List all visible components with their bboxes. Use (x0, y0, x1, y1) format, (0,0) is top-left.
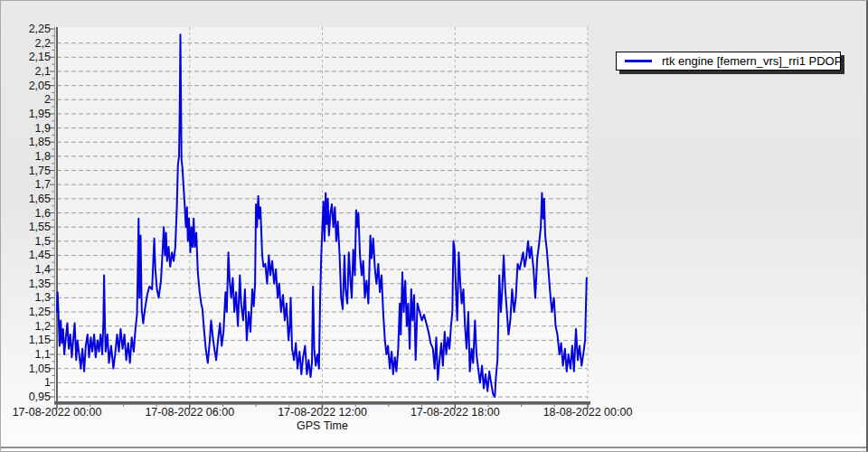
y-tick-label: 1,7 (35, 178, 51, 191)
y-tick-label: 1,3 (35, 291, 51, 304)
y-tick-label: 2,1 (35, 65, 51, 78)
y-tick-label: 2,15 (29, 51, 51, 63)
y-tick-label: 1,35 (29, 278, 51, 290)
y-tick-label: 1,2 (35, 320, 51, 333)
y-tick-label: 1,95 (29, 108, 51, 120)
y-tick-label: 1,9 (35, 122, 51, 135)
y-tick-label: 1,05 (29, 363, 51, 375)
y-tick-label: 2,05 (29, 80, 51, 92)
y-tick-label: 1,25 (29, 306, 51, 318)
y-tick-label: 1,55 (29, 221, 51, 233)
x-axis-title: GPS Time (57, 419, 588, 432)
y-tick-label: 1,85 (29, 136, 51, 148)
y-tick-label: 2,25 (29, 23, 51, 35)
legend-series-line-swatch (625, 60, 652, 62)
y-tick-label: 1,75 (29, 165, 51, 177)
panel-bottom-border (1, 447, 866, 448)
y-tick-label: 1 (44, 376, 51, 389)
legend[interactable]: rtk engine [femern_vrs]_rri1 PDOP (616, 52, 841, 71)
legend-series-label: rtk engine [femern_vrs]_rri1 PDOP (662, 54, 842, 68)
y-tick-label: 1,4 (35, 263, 51, 276)
y-tick-label: 1,1 (35, 348, 51, 361)
x-tick-label: 17-08-2022 06:00 (145, 406, 234, 419)
y-tick-label: 0,95 (29, 391, 51, 403)
x-tick-label: 18-08-2022 00:00 (543, 406, 633, 419)
y-tick-label: 1,15 (29, 334, 51, 346)
y-tick-label: 2 (44, 93, 51, 106)
x-tick-label: 17-08-2022 00:00 (13, 406, 102, 419)
y-axis-line-shadow (54, 27, 55, 404)
x-tick-label: 17-08-2022 12:00 (278, 406, 367, 419)
x-axis-line (54, 401, 590, 404)
y-tick-label: 1,6 (35, 207, 51, 220)
y-tick-label: 1,5 (35, 235, 51, 248)
y-tick-label: 2,2 (35, 37, 51, 50)
chart-panel: 2,252,22,152,12,0521,951,91,851,81,751,7… (0, 0, 868, 452)
y-tick-label: 1,45 (29, 249, 51, 261)
y-tick-label: 1,8 (35, 150, 51, 163)
y-axis-line (56, 27, 58, 404)
x-tick-label: 17-08-2022 18:00 (410, 406, 500, 419)
y-tick-label: 1,65 (29, 193, 51, 205)
